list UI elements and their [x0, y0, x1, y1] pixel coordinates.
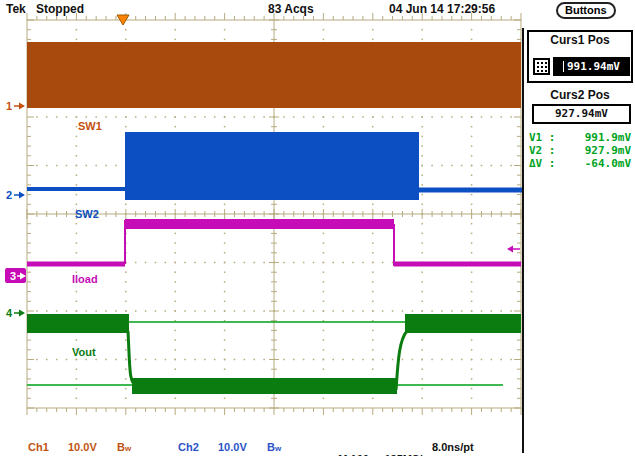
ch1-name: Ch1: [28, 441, 68, 453]
channel-readouts-left: Ch1 10.0V Bw Ch3 100mV Ω Bw: [28, 417, 140, 456]
cursor1-position-group: Curs1 Pos 991.94mV: [527, 30, 633, 83]
cursor-delta-readout: ΔV : -64.0mV: [529, 157, 631, 170]
ch2-trace: [27, 132, 523, 200]
trigger-level-marker: [507, 246, 520, 253]
ch2-screen-label: SW2: [75, 208, 99, 220]
ch2-bandwidth-badge: Bw: [267, 441, 281, 453]
ch1-bandwidth-badge: Bw: [117, 441, 131, 453]
svg-text:3: 3: [10, 270, 16, 282]
cursor-v2-readout: V2 : 927.9mV: [529, 144, 631, 157]
ch1-screen-label: SW1: [78, 120, 102, 132]
channel-readouts-right: Ch2 10.0V Bw Ch4 50.0mV Ω Bw: [178, 417, 290, 456]
ch4-ground-marker: 4: [6, 307, 25, 319]
ch3-screen-label: Iload: [72, 273, 98, 285]
ch1-readout: Ch1 10.0V Bw: [28, 441, 140, 454]
svg-text:Vout: Vout: [72, 346, 96, 358]
text-caret: [563, 61, 564, 72]
resolution-label: 8.0ns/pt: [432, 441, 474, 453]
svg-text:SW1: SW1: [78, 120, 102, 132]
acq-count: 83 Acqs: [268, 2, 314, 16]
keypad-icon[interactable]: [533, 58, 550, 75]
cursor2-title: Curs2 Pos: [527, 88, 633, 102]
brand-logo: Tek: [6, 2, 26, 16]
datetime-label: 04 Jun 14 17:29:56: [389, 2, 495, 16]
svg-text:2: 2: [6, 189, 12, 201]
ch1-scale: 10.0V: [68, 441, 112, 453]
timebase-trigger-readout: M 100µs 125MS/s 8.0ns/pt A Ch3 54.0mV: [320, 417, 520, 456]
ch2-readout: Ch2 10.0V Bw: [178, 441, 290, 454]
cursor-v1-readout: V1 : 991.9mV: [529, 131, 631, 144]
ch4-screen-label: Vout: [72, 346, 96, 358]
ch1-trace: [27, 42, 521, 108]
svg-text:Iload: Iload: [72, 273, 98, 285]
panel-separator: [522, 28, 524, 453]
svg-text:4: 4: [6, 307, 13, 319]
acq-status: Stopped: [36, 2, 84, 16]
ch3-ground-marker: 3: [5, 268, 26, 283]
cursor2-value-field[interactable]: 927.94mV: [532, 104, 631, 124]
cursor1-title: Curs1 Pos: [529, 33, 631, 47]
buttons-button[interactable]: Buttons: [556, 2, 616, 19]
ch2-scale: 10.0V: [218, 441, 262, 453]
oscilloscope-screen: SW11SW22Iload3Vout4 Tek Stopped 83 Acqs …: [0, 0, 635, 456]
svg-text:1: 1: [6, 100, 12, 112]
cursor1-value-field[interactable]: 991.94mV: [553, 57, 630, 76]
timebase-row: M 100µs 125MS/s 8.0ns/pt: [320, 441, 520, 454]
cursor-readouts: V1 : 991.9mV V2 : 927.9mV ΔV : -64.0mV: [529, 131, 631, 170]
ch2-ground-marker: 2: [6, 189, 25, 201]
ch1-ground-marker: 1: [6, 100, 25, 112]
svg-text:SW2: SW2: [75, 208, 99, 220]
ch2-name: Ch2: [178, 441, 218, 453]
